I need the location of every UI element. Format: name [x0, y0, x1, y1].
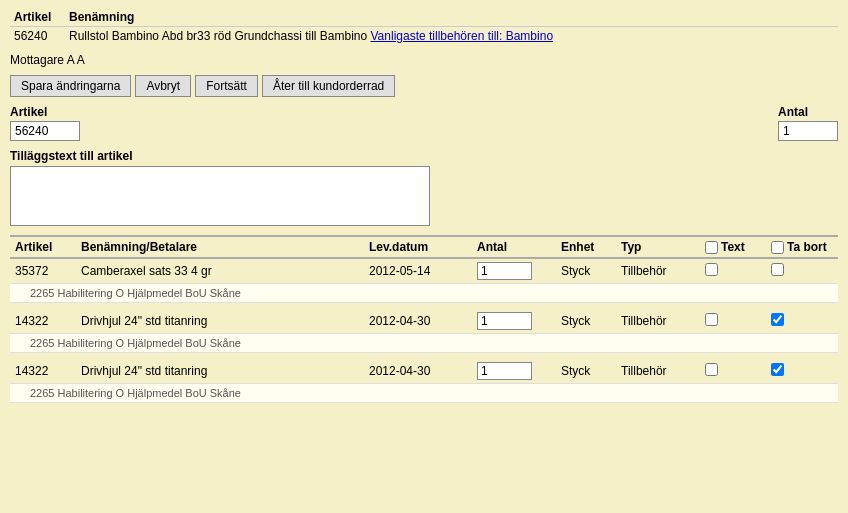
cell-text-0[interactable]: [700, 258, 766, 284]
sub-text-0: 2265 Habilitering O Hjälpmedel BoU Skåne: [10, 284, 838, 303]
fortsatt-button[interactable]: Fortsätt: [195, 75, 258, 97]
cell-text-1[interactable]: [700, 309, 766, 334]
antal-label: Antal: [778, 105, 838, 119]
table-row: 35372 Camberaxel sats 33 4 gr 2012-05-14…: [10, 258, 838, 284]
mottagare-row: Mottagare A A: [10, 53, 838, 67]
tabort-checkbox-0[interactable]: [771, 263, 784, 276]
sub-row: 2265 Habilitering O Hjälpmedel BoU Skåne: [10, 384, 838, 403]
cell-typ-2: Tillbehör: [616, 359, 700, 384]
ater-button[interactable]: Åter till kundorderrad: [262, 75, 395, 97]
cell-antal-2[interactable]: [472, 359, 556, 384]
text-checkbox-0[interactable]: [705, 263, 718, 276]
cell-levdatum-1: 2012-04-30: [364, 309, 472, 334]
th-benamning: Benämning/Betalare: [76, 236, 364, 258]
spara-button[interactable]: Spara ändringarna: [10, 75, 131, 97]
tillagg-label: Tilläggstext till artikel: [10, 149, 838, 163]
cell-tabort-1[interactable]: [766, 309, 838, 334]
data-table: Artikel Benämning/Betalare Lev.datum Ant…: [10, 235, 838, 409]
cell-enhet-0: Styck: [556, 258, 616, 284]
tillagg-section: Tilläggstext till artikel: [10, 149, 838, 229]
cell-artikel-2: 14322: [10, 359, 76, 384]
th-text: Text: [700, 236, 766, 258]
artikel-label: Artikel: [10, 105, 80, 119]
th-levdatum: Lev.datum: [364, 236, 472, 258]
antal-input[interactable]: [778, 121, 838, 141]
text-checkbox-1[interactable]: [705, 313, 718, 326]
tabort-header-checkbox[interactable]: [771, 241, 784, 254]
vanligaste-link[interactable]: Vanligaste tillbehören till: Bambino: [371, 29, 554, 43]
sub-row: 2265 Habilitering O Hjälpmedel BoU Skåne: [10, 334, 838, 353]
button-row: Spara ändringarna Avbryt Fortsätt Åter t…: [10, 75, 838, 97]
top-benamning-value: Rullstol Bambino Abd br33 röd Grundchass…: [65, 27, 838, 46]
cell-text-2[interactable]: [700, 359, 766, 384]
spacer-row: [10, 403, 838, 410]
text-checkbox-2[interactable]: [705, 363, 718, 376]
table-row: 14322 Drivhjul 24" std titanring 2012-04…: [10, 359, 838, 384]
cell-antal-1[interactable]: [472, 309, 556, 334]
cell-levdatum-0: 2012-05-14: [364, 258, 472, 284]
cell-benamning-2: Drivhjul 24" std titanring: [76, 359, 364, 384]
text-header-label: Text: [721, 240, 745, 254]
top-benamning-text: Rullstol Bambino Abd br33 röd Grundchass…: [69, 29, 367, 43]
text-header-checkbox[interactable]: [705, 241, 718, 254]
cell-antal-0[interactable]: [472, 258, 556, 284]
artikel-field-group: Artikel: [10, 105, 80, 141]
artikel-input[interactable]: [10, 121, 80, 141]
page-wrapper: Artikel Benämning 56240 Rullstol Bambino…: [0, 0, 848, 417]
th-antal: Antal: [472, 236, 556, 258]
tabort-checkbox-1[interactable]: [771, 313, 784, 326]
cell-artikel-1: 14322: [10, 309, 76, 334]
antal-cell-input-1[interactable]: [477, 312, 532, 330]
antal-cell-input-0[interactable]: [477, 262, 532, 280]
antal-field-group: Antal: [778, 105, 838, 141]
sub-text-2: 2265 Habilitering O Hjälpmedel BoU Skåne: [10, 384, 838, 403]
mottagare-value: A A: [67, 53, 85, 67]
tabort-checkbox-2[interactable]: [771, 363, 784, 376]
cell-enhet-2: Styck: [556, 359, 616, 384]
top-header-artikel: Artikel: [10, 8, 65, 27]
tillagg-textarea-wrapper: [10, 166, 430, 229]
antal-cell-input-2[interactable]: [477, 362, 532, 380]
tabort-header-label: Ta bort: [787, 240, 827, 254]
cell-benamning-1: Drivhjul 24" std titanring: [76, 309, 364, 334]
cell-benamning-0: Camberaxel sats 33 4 gr: [76, 258, 364, 284]
table-row: 14322 Drivhjul 24" std titanring 2012-04…: [10, 309, 838, 334]
th-artikel: Artikel: [10, 236, 76, 258]
cell-typ-0: Tillbehör: [616, 258, 700, 284]
top-artikel-value: 56240: [10, 27, 65, 46]
th-typ: Typ: [616, 236, 700, 258]
sub-text-1: 2265 Habilitering O Hjälpmedel BoU Skåne: [10, 334, 838, 353]
form-row: Artikel Antal: [10, 105, 838, 141]
top-header-benamning: Benämning: [65, 8, 838, 27]
cell-typ-1: Tillbehör: [616, 309, 700, 334]
cell-tabort-2[interactable]: [766, 359, 838, 384]
th-tabort: Ta bort: [766, 236, 838, 258]
top-info-table: Artikel Benämning 56240 Rullstol Bambino…: [10, 8, 838, 45]
cell-artikel-0: 35372: [10, 258, 76, 284]
avbryt-button[interactable]: Avbryt: [135, 75, 191, 97]
cell-tabort-0[interactable]: [766, 258, 838, 284]
th-enhet: Enhet: [556, 236, 616, 258]
tillagg-textarea[interactable]: [10, 166, 430, 226]
sub-row: 2265 Habilitering O Hjälpmedel BoU Skåne: [10, 284, 838, 303]
cell-levdatum-2: 2012-04-30: [364, 359, 472, 384]
cell-enhet-1: Styck: [556, 309, 616, 334]
mottagare-label: Mottagare: [10, 53, 64, 67]
